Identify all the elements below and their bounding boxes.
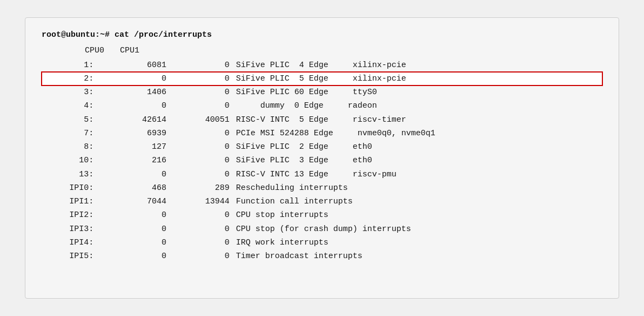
cpu1-count: 0 <box>170 168 233 181</box>
cpu1-header: CPU1 <box>112 44 147 57</box>
cpu1-count: 40051 <box>170 113 233 127</box>
irq-number: IPI3: <box>42 222 97 236</box>
cpu0-header: CPU0 <box>71 44 112 57</box>
table-row: IPI2:00CPU stop interrupts <box>42 208 602 222</box>
table-row: 5:4261440051RISC-V INTC 5 Edge riscv-tim… <box>42 113 602 127</box>
irq-number: 1: <box>42 58 97 72</box>
interrupt-description: CPU stop interrupts <box>233 208 602 222</box>
interrupt-description: Function call interrupts <box>233 195 602 208</box>
irq-number: IPI1: <box>42 195 97 208</box>
interrupt-description: RISC-V INTC 5 Edge riscv-timer <box>233 113 602 127</box>
cpu1-count: 0 <box>170 249 233 263</box>
cpu0-count: 0 <box>97 168 170 181</box>
irq-number: IPI0: <box>42 181 97 195</box>
cpu0-count: 127 <box>97 140 170 154</box>
cpu0-count: 0 <box>97 72 170 85</box>
cpu1-count: 289 <box>170 181 233 195</box>
irq-number: 3: <box>42 85 97 99</box>
table-row: IPI0:468289Rescheduling interrupts <box>42 181 602 195</box>
irq-number: 2: <box>42 72 97 85</box>
cpu1-count: 0 <box>170 58 233 72</box>
irq-number: IPI5: <box>42 249 97 263</box>
table-row: 4:00 dummy 0 Edge radeon <box>42 99 602 113</box>
table-row: 8:1270SiFive PLIC 2 Edge eth0 <box>42 140 602 154</box>
cpu0-count: 216 <box>97 154 170 167</box>
table-row: 10:2160SiFive PLIC 3 Edge eth0 <box>42 154 602 167</box>
table-row: IPI3:00CPU stop (for crash dump) interru… <box>42 222 602 236</box>
interrupt-description: CPU stop (for crash dump) interrupts <box>233 222 602 236</box>
cpu0-count: 1406 <box>97 85 170 99</box>
cpu1-count: 0 <box>170 72 233 85</box>
column-headers: CPU0 CPU1 <box>42 44 602 57</box>
cpu0-count: 7044 <box>97 195 170 208</box>
irq-number: 8: <box>42 140 97 154</box>
irq-number: 5: <box>42 113 97 127</box>
cpu1-count: 0 <box>170 208 233 222</box>
interrupt-description: SiFive PLIC 2 Edge eth0 <box>233 140 602 154</box>
cpu0-count: 6939 <box>97 127 170 140</box>
interrupt-description: RISC-V INTC 13 Edge riscv-pmu <box>233 168 602 181</box>
interrupt-description: PCIe MSI 524288 Edge nvme0q0, nvme0q1 <box>233 127 602 140</box>
irq-number: 4: <box>42 99 97 113</box>
cpu1-count: 0 <box>170 222 233 236</box>
interrupt-description: SiFive PLIC 5 Edge xilinx-pcie <box>233 72 602 85</box>
cpu1-count: 0 <box>170 99 233 113</box>
table-row: 13:00RISC-V INTC 13 Edge riscv-pmu <box>42 168 602 181</box>
interrupt-description: Timer broadcast interrupts <box>233 249 602 263</box>
table-row: IPI5:00Timer broadcast interrupts <box>42 249 602 263</box>
cpu1-count: 0 <box>170 236 233 249</box>
irq-number: IPI4: <box>42 236 97 249</box>
cpu0-count: 6081 <box>97 58 170 72</box>
cpu1-count: 13944 <box>170 195 233 208</box>
table-row: IPI1:704413944Function call interrupts <box>42 195 602 208</box>
table-row: 3:14060SiFive PLIC 60 Edge ttyS0 <box>42 85 602 99</box>
table-row: 7:69390PCIe MSI 524288 Edge nvme0q0, nvm… <box>42 127 602 140</box>
interrupt-description: SiFive PLIC 3 Edge eth0 <box>233 154 602 167</box>
cpu0-count: 0 <box>97 222 170 236</box>
table-row: 2:00SiFive PLIC 5 Edge xilinx-pcie <box>42 72 602 85</box>
cpu1-count: 0 <box>170 140 233 154</box>
interrupt-description: SiFive PLIC 60 Edge ttyS0 <box>233 85 602 99</box>
cpu0-count: 468 <box>97 181 170 195</box>
irq-number: IPI2: <box>42 208 97 222</box>
cpu0-count: 0 <box>97 236 170 249</box>
cpu1-count: 0 <box>170 127 233 140</box>
cpu1-count: 0 <box>170 85 233 99</box>
irq-number: 7: <box>42 127 97 140</box>
cpu0-count: 0 <box>97 208 170 222</box>
cpu0-count: 0 <box>97 249 170 263</box>
interrupt-description: dummy 0 Edge radeon <box>233 99 602 113</box>
interrupt-description: IRQ work interrupts <box>233 236 602 249</box>
table-row: IPI4:00IRQ work interrupts <box>42 236 602 249</box>
terminal-container: root@ubuntu:~# cat /proc/interrupts CPU0… <box>25 17 619 299</box>
interrupt-description: SiFive PLIC 4 Edge xilinx-pcie <box>233 58 602 72</box>
irq-number: 10: <box>42 154 97 167</box>
cpu1-count: 0 <box>170 154 233 167</box>
interrupts-table: 1:60810SiFive PLIC 4 Edge xilinx-pcie2:0… <box>42 58 602 264</box>
table-row: 1:60810SiFive PLIC 4 Edge xilinx-pcie <box>42 58 602 72</box>
cpu0-count: 42614 <box>97 113 170 127</box>
interrupt-description: Rescheduling interrupts <box>233 181 602 195</box>
command-line: root@ubuntu:~# cat /proc/interrupts <box>42 29 602 41</box>
irq-number: 13: <box>42 168 97 181</box>
cpu0-count: 0 <box>97 99 170 113</box>
